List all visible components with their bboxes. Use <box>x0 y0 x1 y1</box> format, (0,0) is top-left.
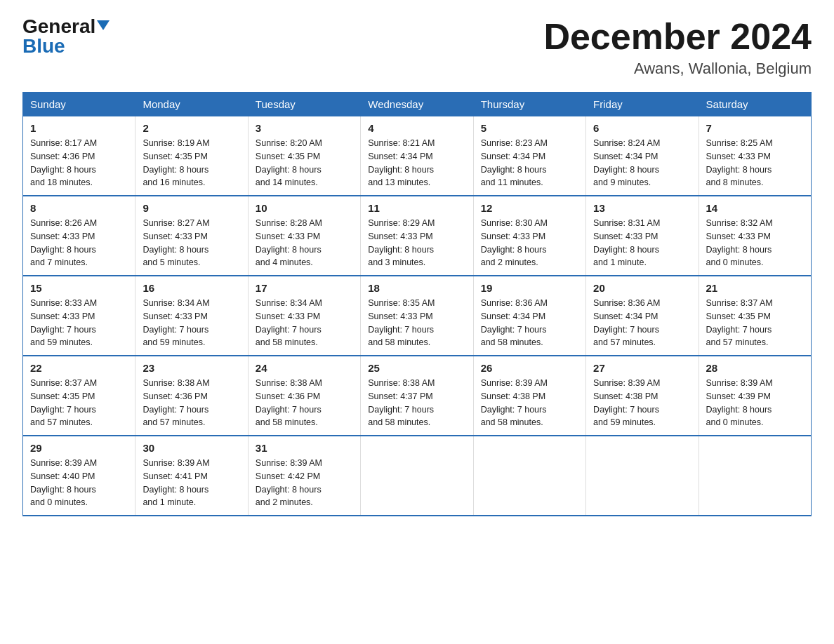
day-info: Sunrise: 8:31 AMSunset: 4:33 PMDaylight:… <box>593 218 660 267</box>
col-tuesday: Tuesday <box>248 93 360 116</box>
day-info: Sunrise: 8:24 AMSunset: 4:34 PMDaylight:… <box>593 138 660 187</box>
day-info: Sunrise: 8:28 AMSunset: 4:33 PMDaylight:… <box>256 218 322 267</box>
table-row: 16 Sunrise: 8:34 AMSunset: 4:33 PMDaylig… <box>135 276 248 356</box>
day-info: Sunrise: 8:34 AMSunset: 4:33 PMDaylight:… <box>256 298 322 347</box>
table-row: 4 Sunrise: 8:21 AMSunset: 4:34 PMDayligh… <box>361 116 473 196</box>
day-info: Sunrise: 8:37 AMSunset: 4:35 PMDaylight:… <box>30 378 97 427</box>
day-info: Sunrise: 8:19 AMSunset: 4:35 PMDaylight:… <box>143 138 209 187</box>
table-row: 14 Sunrise: 8:32 AMSunset: 4:33 PMDaylig… <box>699 196 811 276</box>
day-number: 23 <box>143 362 240 374</box>
day-number: 20 <box>593 282 691 294</box>
day-number: 8 <box>30 202 128 214</box>
calendar-header-row: Sunday Monday Tuesday Wednesday Thursday… <box>23 93 812 116</box>
day-number: 6 <box>593 122 691 134</box>
table-row <box>361 436 473 516</box>
table-row: 23 Sunrise: 8:38 AMSunset: 4:36 PMDaylig… <box>135 356 248 436</box>
table-row: 21 Sunrise: 8:37 AMSunset: 4:35 PMDaylig… <box>699 276 811 356</box>
day-info: Sunrise: 8:29 AMSunset: 4:33 PMDaylight:… <box>368 218 435 267</box>
day-number: 13 <box>593 202 691 214</box>
day-info: Sunrise: 8:38 AMSunset: 4:37 PMDaylight:… <box>368 378 435 427</box>
table-row <box>473 436 585 516</box>
calendar-table: Sunday Monday Tuesday Wednesday Thursday… <box>22 92 812 516</box>
table-row: 9 Sunrise: 8:27 AMSunset: 4:33 PMDayligh… <box>135 196 248 276</box>
day-number: 2 <box>143 122 240 134</box>
day-number: 14 <box>706 202 804 214</box>
table-row: 2 Sunrise: 8:19 AMSunset: 4:35 PMDayligh… <box>135 116 248 196</box>
day-number: 26 <box>481 362 578 374</box>
day-number: 1 <box>30 122 128 134</box>
col-monday: Monday <box>135 93 248 116</box>
day-number: 11 <box>368 202 465 214</box>
calendar-week-row: 22 Sunrise: 8:37 AMSunset: 4:35 PMDaylig… <box>23 356 812 436</box>
logo-text: General <box>22 17 110 36</box>
day-number: 7 <box>706 122 804 134</box>
logo-blue: Blue <box>22 36 65 56</box>
day-info: Sunrise: 8:36 AMSunset: 4:34 PMDaylight:… <box>593 298 660 347</box>
table-row: 28 Sunrise: 8:39 AMSunset: 4:39 PMDaylig… <box>699 356 811 436</box>
day-info: Sunrise: 8:39 AMSunset: 4:41 PMDaylight:… <box>143 458 209 507</box>
day-info: Sunrise: 8:39 AMSunset: 4:39 PMDaylight:… <box>706 378 773 427</box>
table-row: 13 Sunrise: 8:31 AMSunset: 4:33 PMDaylig… <box>586 196 699 276</box>
day-info: Sunrise: 8:35 AMSunset: 4:33 PMDaylight:… <box>368 298 435 347</box>
day-number: 30 <box>143 442 240 454</box>
table-row: 3 Sunrise: 8:20 AMSunset: 4:35 PMDayligh… <box>248 116 360 196</box>
day-info: Sunrise: 8:30 AMSunset: 4:33 PMDaylight:… <box>481 218 548 267</box>
table-row: 19 Sunrise: 8:36 AMSunset: 4:34 PMDaylig… <box>473 276 585 356</box>
day-info: Sunrise: 8:37 AMSunset: 4:35 PMDaylight:… <box>706 298 773 347</box>
table-row: 25 Sunrise: 8:38 AMSunset: 4:37 PMDaylig… <box>361 356 473 436</box>
calendar-week-row: 29 Sunrise: 8:39 AMSunset: 4:40 PMDaylig… <box>23 436 812 516</box>
table-row: 12 Sunrise: 8:30 AMSunset: 4:33 PMDaylig… <box>473 196 585 276</box>
day-number: 25 <box>368 362 465 374</box>
day-number: 27 <box>593 362 691 374</box>
day-info: Sunrise: 8:39 AMSunset: 4:40 PMDaylight:… <box>30 458 97 507</box>
day-info: Sunrise: 8:32 AMSunset: 4:33 PMDaylight:… <box>706 218 773 267</box>
day-info: Sunrise: 8:20 AMSunset: 4:35 PMDaylight:… <box>256 138 322 187</box>
day-info: Sunrise: 8:21 AMSunset: 4:34 PMDaylight:… <box>368 138 435 187</box>
table-row: 15 Sunrise: 8:33 AMSunset: 4:33 PMDaylig… <box>23 276 135 356</box>
table-row <box>699 436 811 516</box>
day-number: 10 <box>256 202 353 214</box>
calendar-week-row: 8 Sunrise: 8:26 AMSunset: 4:33 PMDayligh… <box>23 196 812 276</box>
logo-triangle-icon <box>97 20 110 30</box>
day-info: Sunrise: 8:17 AMSunset: 4:36 PMDaylight:… <box>30 138 97 187</box>
calendar-week-row: 15 Sunrise: 8:33 AMSunset: 4:33 PMDaylig… <box>23 276 812 356</box>
table-row: 17 Sunrise: 8:34 AMSunset: 4:33 PMDaylig… <box>248 276 360 356</box>
day-number: 3 <box>256 122 353 134</box>
table-row: 29 Sunrise: 8:39 AMSunset: 4:40 PMDaylig… <box>23 436 135 516</box>
day-number: 22 <box>30 362 128 374</box>
day-info: Sunrise: 8:38 AMSunset: 4:36 PMDaylight:… <box>256 378 322 427</box>
day-info: Sunrise: 8:33 AMSunset: 4:33 PMDaylight:… <box>30 298 97 347</box>
day-number: 24 <box>256 362 353 374</box>
table-row: 5 Sunrise: 8:23 AMSunset: 4:34 PMDayligh… <box>473 116 585 196</box>
col-wednesday: Wednesday <box>361 93 473 116</box>
day-info: Sunrise: 8:39 AMSunset: 4:38 PMDaylight:… <box>481 378 548 427</box>
day-info: Sunrise: 8:39 AMSunset: 4:38 PMDaylight:… <box>593 378 660 427</box>
col-friday: Friday <box>586 93 699 116</box>
day-number: 31 <box>256 442 353 454</box>
day-info: Sunrise: 8:39 AMSunset: 4:42 PMDaylight:… <box>256 458 322 507</box>
logo: General Blue <box>22 17 110 56</box>
title-area: December 2024 Awans, Wallonia, Belgium <box>543 17 812 78</box>
table-row: 6 Sunrise: 8:24 AMSunset: 4:34 PMDayligh… <box>586 116 699 196</box>
table-row: 11 Sunrise: 8:29 AMSunset: 4:33 PMDaylig… <box>361 196 473 276</box>
day-number: 4 <box>368 122 465 134</box>
day-number: 17 <box>256 282 353 294</box>
day-info: Sunrise: 8:34 AMSunset: 4:33 PMDaylight:… <box>143 298 209 347</box>
day-number: 15 <box>30 282 128 294</box>
day-number: 21 <box>706 282 804 294</box>
table-row: 27 Sunrise: 8:39 AMSunset: 4:38 PMDaylig… <box>586 356 699 436</box>
day-number: 9 <box>143 202 240 214</box>
day-info: Sunrise: 8:23 AMSunset: 4:34 PMDaylight:… <box>481 138 548 187</box>
table-row: 1 Sunrise: 8:17 AMSunset: 4:36 PMDayligh… <box>23 116 135 196</box>
day-info: Sunrise: 8:27 AMSunset: 4:33 PMDaylight:… <box>143 218 209 267</box>
table-row: 20 Sunrise: 8:36 AMSunset: 4:34 PMDaylig… <box>586 276 699 356</box>
page-header: General Blue December 2024 Awans, Wallon… <box>22 17 812 78</box>
day-info: Sunrise: 8:25 AMSunset: 4:33 PMDaylight:… <box>706 138 773 187</box>
col-thursday: Thursday <box>473 93 585 116</box>
table-row: 10 Sunrise: 8:28 AMSunset: 4:33 PMDaylig… <box>248 196 360 276</box>
day-info: Sunrise: 8:26 AMSunset: 4:33 PMDaylight:… <box>30 218 97 267</box>
location-title: Awans, Wallonia, Belgium <box>543 60 812 78</box>
day-number: 18 <box>368 282 465 294</box>
calendar-week-row: 1 Sunrise: 8:17 AMSunset: 4:36 PMDayligh… <box>23 116 812 196</box>
day-number: 28 <box>706 362 804 374</box>
